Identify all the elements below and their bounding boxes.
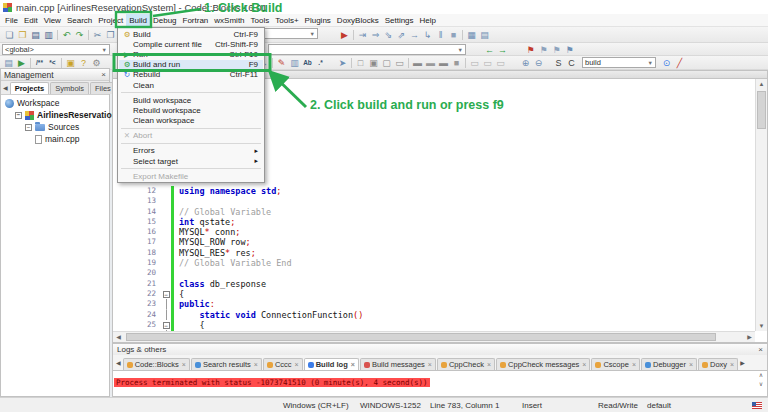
search-icon[interactable]: ⊙ (660, 57, 673, 69)
menu-wxsmith[interactable]: wxSmith (211, 14, 247, 27)
cut-icon[interactable]: ✂ (91, 29, 104, 41)
tab-symbols[interactable]: Symbols (50, 82, 89, 94)
c-view-icon[interactable]: C (565, 57, 578, 69)
regex-icon[interactable]: .* (314, 57, 327, 69)
tab-close-icon[interactable]: × (351, 361, 355, 368)
highlight-icon[interactable]: ✎ (275, 57, 288, 69)
tree-expander-icon[interactable]: − (15, 112, 22, 119)
wx-dialog-icon[interactable]: ▢ (380, 57, 393, 69)
log-tab-build-log[interactable]: Build log× (304, 358, 359, 370)
logs-scroll-up-icon[interactable]: ∧ (759, 372, 763, 378)
tab-close-icon[interactable]: × (295, 361, 299, 368)
menu-item-errors[interactable]: Errors▸ (119, 146, 263, 156)
log-tab-cscope[interactable]: Cscope× (591, 358, 640, 370)
menu-project[interactable]: Project (95, 14, 126, 27)
save-all-icon[interactable]: ▥ (42, 29, 55, 41)
stop-debugger-icon[interactable]: ■ (447, 29, 460, 41)
menu-view[interactable]: View (41, 14, 64, 27)
menu-doxyblocks[interactable]: DoxyBlocks (334, 14, 382, 27)
debugging-windows-icon[interactable]: ▦ (465, 29, 478, 41)
tab-close-icon[interactable]: × (632, 361, 636, 368)
editor-vertical-scrollbar[interactable]: ▲ ▼ (755, 79, 767, 331)
menu-item-rebuild[interactable]: ↻RebuildCtrl-F11 (119, 70, 263, 80)
tree-item-workspace[interactable]: Workspace (1, 97, 109, 109)
redo-icon[interactable]: ↷ (73, 29, 86, 41)
copy-icon[interactable]: ❐ (104, 29, 117, 41)
wx-box2-icon[interactable]: ▭ (481, 57, 494, 69)
editor-horizontal-scrollbar[interactable]: ◀ ▶ (113, 331, 755, 342)
scroll-down-icon[interactable]: ▼ (756, 321, 767, 331)
menu-tools[interactable]: Tools (248, 14, 273, 27)
menu-item-rebuild-workspace[interactable]: Rebuild workspace (119, 105, 263, 115)
pause-debugger-icon[interactable]: ‖ (434, 29, 447, 41)
logs-scrollbar[interactable]: ∧∨ (756, 371, 766, 389)
s-view-icon[interactable]: S (552, 57, 565, 69)
log-tab-search-results[interactable]: Search results× (191, 358, 262, 370)
scroll-right-icon[interactable]: ▶ (744, 332, 755, 342)
tab-close-icon[interactable]: × (254, 361, 258, 368)
menu-item-run[interactable]: ▶RunCtrl-F10 (119, 49, 263, 59)
next-instruction-icon[interactable]: → (408, 29, 421, 41)
goto-back-icon[interactable]: ← (483, 44, 496, 56)
print-icon[interactable]: ▥ (288, 57, 301, 69)
tab-projects[interactable]: Projects (10, 82, 50, 94)
menu-fortran[interactable]: Fortran (180, 14, 212, 27)
menu-build[interactable]: Build (126, 14, 150, 27)
tree-item-sources[interactable]: −Sources (1, 121, 109, 133)
clear-bookmarks-icon[interactable]: ⚑ (563, 44, 576, 56)
step-into-instruction-icon[interactable]: ↳ (421, 29, 434, 41)
logs-tab-scroll-right-icon[interactable]: ▶ (739, 359, 746, 366)
run-to-cursor-icon[interactable]: ⇥ (356, 29, 369, 41)
prev-bookmark-icon[interactable]: ⚑ (537, 44, 550, 56)
tab-close-icon[interactable]: × (428, 361, 432, 368)
undo-icon[interactable]: ↶ (60, 29, 73, 41)
log-tab-build-messages[interactable]: Build messages× (360, 358, 436, 370)
menu-item-build-and-run[interactable]: ⚙Build and runF9 (119, 60, 263, 70)
wx-sizer4-icon[interactable]: ■ (450, 57, 463, 69)
zoom-in-icon[interactable]: ⊕ (519, 57, 532, 69)
next-bookmark-icon[interactable]: ⚑ (550, 44, 563, 56)
function-combo[interactable]: ▼ (268, 44, 466, 55)
tab-close-icon[interactable]: × (730, 361, 734, 368)
wx-window-icon[interactable]: □ (354, 57, 367, 69)
save-icon[interactable]: ▤ (29, 29, 42, 41)
menu-search[interactable]: Search (64, 14, 95, 27)
log-tab-cppcheck-messages[interactable]: CppCheck messages× (496, 358, 590, 370)
menu-debug[interactable]: Debug (150, 14, 180, 27)
menu-tools-[interactable]: Tools+ (272, 14, 301, 27)
match-case-icon[interactable]: Ab (301, 57, 314, 69)
step-out-icon[interactable]: ⇗ (395, 29, 408, 41)
menu-plugins[interactable]: Plugins (302, 14, 334, 27)
debug-run-icon[interactable]: ▶ (338, 29, 351, 41)
new-file-icon[interactable]: ❏ (3, 29, 16, 41)
fold-marker-icon[interactable]: − (163, 322, 170, 329)
log-tab-debugger[interactable]: Debugger× (641, 358, 697, 370)
menu-item-build[interactable]: ⚙BuildCtrl-F9 (119, 29, 263, 39)
menu-help[interactable]: Help (417, 14, 439, 27)
menu-item-clean-workspace[interactable]: Clean workspace (119, 116, 263, 126)
tab-close-icon[interactable]: × (182, 361, 186, 368)
tree-expander-icon[interactable]: − (25, 124, 32, 131)
scroll-up-icon[interactable]: ▲ (756, 79, 767, 89)
menu-edit[interactable]: Edit (21, 14, 41, 27)
logs-close-icon[interactable]: × (758, 345, 763, 354)
wx-panel-icon[interactable]: ▣ (367, 57, 380, 69)
tab-scroll-left-icon[interactable]: ◀ (2, 84, 9, 91)
menu-item-select-target[interactable]: Select target▸ (119, 156, 263, 166)
logs-scroll-down-icon[interactable]: ∨ (759, 381, 763, 387)
search-options-wrench-icon[interactable]: ╱ (673, 57, 686, 69)
wx-box3-icon[interactable]: ▭ (494, 57, 507, 69)
wx-sizer1-icon[interactable]: ▬ (411, 57, 424, 69)
tree-item-airlinesreservationsystem[interactable]: −AirlinesReservationSystem (1, 109, 109, 121)
horizontal-scroll-thumb[interactable] (126, 333, 716, 341)
management-close-icon[interactable]: × (101, 70, 106, 79)
menu-settings[interactable]: Settings (382, 14, 417, 27)
scroll-left-icon[interactable]: ◀ (113, 332, 124, 342)
log-tab-cppcheck[interactable]: CppCheck× (437, 358, 495, 370)
menu-item-compile-current-file[interactable]: Compile current fileCtrl-Shift-F9 (119, 39, 263, 49)
log-tab-code-blocks[interactable]: Code::Blocks× (123, 358, 190, 370)
next-line-icon[interactable]: ⇒ (369, 29, 382, 41)
tab-close-icon[interactable]: × (487, 361, 491, 368)
scope-combo[interactable]: <global>▼ (2, 44, 110, 55)
wx-frame-icon[interactable]: ▭ (393, 57, 406, 69)
